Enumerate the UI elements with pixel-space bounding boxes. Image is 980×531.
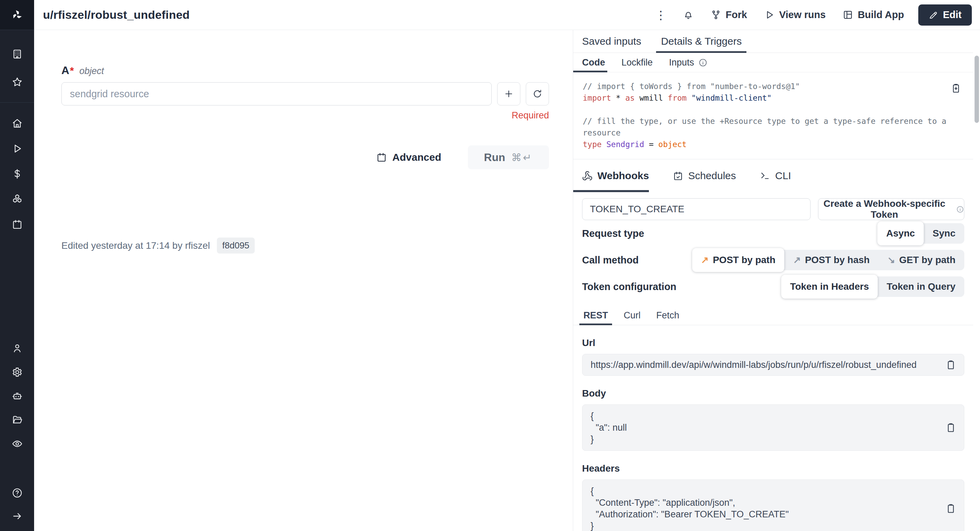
tab-schedules[interactable]: Schedules xyxy=(673,159,736,192)
resource-input[interactable] xyxy=(61,82,492,105)
code-lines: // import { toWords } from "number-to-wo… xyxy=(583,81,964,150)
pencil-icon xyxy=(929,10,938,20)
subtab-inputs[interactable]: Inputs xyxy=(669,53,708,72)
arrow-up-right-icon: ↗ xyxy=(701,255,709,266)
tab-saved-inputs[interactable]: Saved inputs xyxy=(582,30,641,53)
copy-headers-button[interactable] xyxy=(945,503,956,514)
option-async[interactable]: Async xyxy=(877,222,924,246)
page-title: u/rfiszel/robust_undefined xyxy=(43,8,189,21)
sidebar-item-expand[interactable] xyxy=(0,504,34,528)
edited-row: Edited yesterday at 17:14 by rfiszel f8d… xyxy=(61,238,549,254)
dollar-icon xyxy=(11,168,23,180)
bell-icon xyxy=(683,10,694,20)
required-asterisk: * xyxy=(70,65,74,76)
more-menu-button[interactable]: ⋮ xyxy=(649,8,672,22)
body-box: { "a": null } xyxy=(582,404,964,451)
sidebar-item-users[interactable] xyxy=(0,336,34,360)
build-app-label: Build App xyxy=(858,9,904,21)
clipboard-icon xyxy=(945,503,956,514)
url-label: Url xyxy=(582,338,964,348)
sidebar-item-workspace[interactable] xyxy=(0,42,34,65)
refresh-icon xyxy=(532,89,542,99)
view-runs-button[interactable]: View runs xyxy=(758,5,832,26)
user-icon xyxy=(11,343,23,354)
required-message: Required xyxy=(61,110,549,121)
option-sync[interactable]: Sync xyxy=(924,223,964,244)
edit-button[interactable]: Edit xyxy=(918,5,972,26)
panel-scrollbar-thumb[interactable] xyxy=(975,56,979,123)
tab-details-triggers[interactable]: Details & Triggers xyxy=(661,30,741,53)
build-app-button[interactable]: Build App xyxy=(837,5,910,26)
copy-body-button[interactable] xyxy=(945,422,956,434)
eye-icon xyxy=(11,438,23,450)
post-by-path-label: POST by path xyxy=(713,255,775,266)
plus-icon xyxy=(504,89,514,99)
option-token-in-headers[interactable]: Token in Headers xyxy=(781,275,878,298)
arrow-up-right-icon: ↗ xyxy=(793,255,801,266)
subtab-code[interactable]: Code xyxy=(582,53,605,72)
option-post-by-path[interactable]: ↗ POST by path xyxy=(692,248,784,272)
create-webhook-token-button[interactable]: Create a Webhook-specific Token xyxy=(818,198,964,220)
version-hash-badge[interactable]: f8d095 xyxy=(217,238,255,254)
sidebar-item-workers[interactable] xyxy=(0,384,34,407)
content-split: A* object xyxy=(34,30,980,531)
edit-label: Edit xyxy=(943,9,962,21)
info-icon xyxy=(698,58,708,67)
run-button[interactable]: Run ⌘↵ xyxy=(468,145,549,169)
calendar-icon xyxy=(376,152,387,163)
sidebar-item-variables[interactable] xyxy=(0,162,34,185)
refresh-button[interactable] xyxy=(526,82,549,105)
building-icon xyxy=(11,48,23,60)
request-type-row: Request type Async Sync xyxy=(582,220,964,247)
tab-cli[interactable]: CLI xyxy=(760,159,791,192)
windmill-logo[interactable] xyxy=(0,0,34,30)
get-by-path-label: GET by path xyxy=(899,255,955,266)
snippet-tabs: REST Curl Fetch xyxy=(573,306,973,325)
create-webhook-token-label: Create a Webhook-specific Token xyxy=(818,198,951,220)
sidebar-item-audit[interactable] xyxy=(0,432,34,455)
sidebar-item-help[interactable] xyxy=(0,481,34,504)
top-header: u/rfiszel/robust_undefined ⋮ Fork xyxy=(34,0,980,30)
code-subtabs: Code Lockfile Inputs xyxy=(573,53,973,72)
option-get-by-path[interactable]: ↘ GET by path xyxy=(878,250,964,270)
tab-fetch[interactable]: Fetch xyxy=(656,306,679,325)
advanced-button[interactable]: Advanced xyxy=(376,151,441,163)
cli-label: CLI xyxy=(775,170,791,182)
option-post-by-hash[interactable]: ↗ POST by hash xyxy=(784,250,878,270)
run-form-section: A* object xyxy=(34,30,573,531)
sidebar-item-folders[interactable] xyxy=(0,408,34,431)
subtab-inputs-label: Inputs xyxy=(669,57,694,68)
notifications-button[interactable] xyxy=(677,5,700,26)
sidebar-item-runs[interactable] xyxy=(0,137,34,160)
sidebar-item-settings[interactable] xyxy=(0,360,34,384)
sidebar-item-schedules[interactable] xyxy=(0,213,34,236)
token-config-toggle: Token in Headers Token in Query xyxy=(781,276,964,297)
advanced-label: Advanced xyxy=(393,151,441,163)
field-label-row: A* object xyxy=(61,64,549,77)
copy-url-button[interactable] xyxy=(945,359,956,371)
info-icon xyxy=(956,205,964,214)
sidebar-item-home[interactable] xyxy=(0,112,34,135)
call-method-row: Call method ↗ POST by path ↗ POST by has… xyxy=(582,247,964,273)
body-value: { "a": null } xyxy=(590,410,933,445)
token-input[interactable] xyxy=(582,198,811,220)
clipboard-copy-icon xyxy=(950,83,962,94)
tab-rest[interactable]: REST xyxy=(584,306,608,325)
folder-icon xyxy=(11,414,23,426)
option-token-in-query[interactable]: Token in Query xyxy=(878,276,964,297)
sidebar-item-resources[interactable] xyxy=(0,187,34,210)
app-root: u/rfiszel/robust_undefined ⋮ Fork xyxy=(0,0,980,531)
schedules-label: Schedules xyxy=(688,170,736,182)
sidebar-item-favorites[interactable] xyxy=(0,70,34,94)
copy-code-button[interactable] xyxy=(950,83,962,94)
home-icon xyxy=(11,118,23,129)
fork-button[interactable]: Fork xyxy=(705,5,753,26)
add-resource-button[interactable] xyxy=(497,82,520,105)
main-column: u/rfiszel/robust_undefined ⋮ Fork xyxy=(34,0,980,531)
subtab-lockfile[interactable]: Lockfile xyxy=(622,53,653,72)
request-type-label: Request type xyxy=(582,228,644,239)
calendar-check-icon xyxy=(673,171,683,181)
clipboard-icon xyxy=(945,422,956,434)
tab-webhooks[interactable]: Webhooks xyxy=(582,159,649,192)
tab-curl[interactable]: Curl xyxy=(624,306,641,325)
